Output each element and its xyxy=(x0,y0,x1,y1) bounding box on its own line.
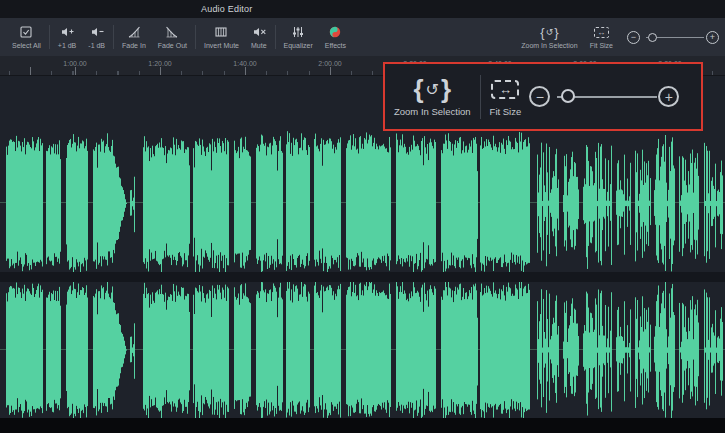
fit-size-button[interactable]: ↔ Fit Size xyxy=(584,18,619,56)
fade-out-label: Fade Out xyxy=(158,42,187,49)
zoom-in-button-large[interactable]: + xyxy=(658,86,679,107)
fade-out-icon xyxy=(165,25,179,39)
toolbar-left-group: Select All +1 dB xyxy=(6,18,352,56)
minus-1db-label: -1 dB xyxy=(88,42,105,49)
zoom-out-button-large[interactable]: − xyxy=(529,86,550,107)
zoom-slider-large[interactable] xyxy=(557,86,657,107)
invert-mute-icon xyxy=(214,25,228,39)
fade-out-button[interactable]: Fade Out xyxy=(152,18,193,56)
volume-up-icon xyxy=(60,25,74,39)
waveform-canvas-2[interactable] xyxy=(0,282,725,418)
zoom-slider[interactable] xyxy=(646,31,704,44)
equalizer-icon xyxy=(291,25,305,39)
plus-1db-button[interactable]: +1 dB xyxy=(52,18,83,56)
time-label: 1:40.00 xyxy=(233,60,256,67)
fit-arrow-glyph: ↔ xyxy=(597,28,605,37)
toolbar-separator xyxy=(49,25,50,49)
time-label: 1:20.00 xyxy=(148,60,171,67)
brace-right-glyph: } xyxy=(554,26,558,39)
plus-1db-label: +1 dB xyxy=(58,42,77,49)
mute-button[interactable]: Mute xyxy=(245,18,273,56)
effects-button[interactable]: Effects xyxy=(319,18,352,56)
brace-left-glyph: { xyxy=(413,76,423,102)
invert-mute-button[interactable]: Invert Mute xyxy=(198,18,245,56)
fit-size-label-large: Fit Size xyxy=(490,106,522,117)
brace-left-glyph: { xyxy=(540,26,544,39)
zoom-out-button[interactable]: − xyxy=(627,31,640,44)
fade-in-label: Fade In xyxy=(122,42,146,49)
zoom-in-button[interactable]: + xyxy=(706,31,719,44)
app-title: Audio Editor xyxy=(201,4,252,14)
waveform-track-2[interactable] xyxy=(0,282,725,418)
callout-separator xyxy=(480,75,481,119)
volume-down-icon xyxy=(90,25,104,39)
select-all-label: Select All xyxy=(12,42,41,49)
zoom-in-selection-button[interactable]: { ↺ } Zoom In Selection xyxy=(515,18,583,56)
main-toolbar: Select All +1 dB xyxy=(0,18,725,56)
minus-1db-button[interactable]: -1 dB xyxy=(82,18,111,56)
fit-size-icon: ↔ xyxy=(594,25,609,39)
zoom-in-selection-label-large: Zoom In Selection xyxy=(394,106,471,117)
toolbar-separator xyxy=(195,25,196,49)
brace-right-glyph: } xyxy=(441,76,451,102)
bottom-bar xyxy=(0,418,725,433)
mute-icon xyxy=(252,25,266,39)
invert-mute-label: Invert Mute xyxy=(204,42,239,49)
zoom-in-selection-icon-large: { ↺ } xyxy=(413,76,451,102)
equalizer-button[interactable]: Equalizer xyxy=(278,18,319,56)
zoom-in-selection-icon: { ↺ } xyxy=(540,25,558,39)
select-all-button[interactable]: Select All xyxy=(6,18,47,56)
fit-size-icon-large: ↔ xyxy=(491,76,519,102)
zoom-in-selection-button-large[interactable]: { ↺ } Zoom In Selection xyxy=(394,76,471,117)
time-label: 1:00.00 xyxy=(63,60,86,67)
fit-size-label: Fit Size xyxy=(590,42,613,49)
audio-editor-app: Audio Editor Select All xyxy=(0,0,725,433)
toolbar-separator xyxy=(113,25,114,49)
fade-in-icon xyxy=(127,25,141,39)
equalizer-label: Equalizer xyxy=(284,42,313,49)
toolbar-zoom-group: { ↺ } Zoom In Selection ↔ Fit Size − + xyxy=(515,18,719,56)
zoom-slider-knob[interactable] xyxy=(648,33,657,42)
title-bar: Audio Editor xyxy=(0,0,725,18)
zoom-slider-knob[interactable] xyxy=(561,89,575,103)
fit-size-button-large[interactable]: ↔ Fit Size xyxy=(490,76,522,117)
select-all-icon xyxy=(19,25,33,39)
time-label: 2:00.00 xyxy=(318,60,341,67)
cycle-glyph: ↺ xyxy=(426,80,439,99)
mute-label: Mute xyxy=(251,42,267,49)
cycle-glyph: ↺ xyxy=(546,27,554,37)
track-separator xyxy=(0,272,725,282)
effects-icon xyxy=(328,25,342,39)
fit-arrow-glyph: ↔ xyxy=(499,82,512,97)
effects-label: Effects xyxy=(325,42,346,49)
fade-in-button[interactable]: Fade In xyxy=(116,18,152,56)
toolbar-separator xyxy=(275,25,276,49)
zoom-controls-callout: { ↺ } Zoom In Selection ↔ Fit Size − + xyxy=(383,62,703,131)
zoom-in-selection-label: Zoom In Selection xyxy=(521,42,577,49)
